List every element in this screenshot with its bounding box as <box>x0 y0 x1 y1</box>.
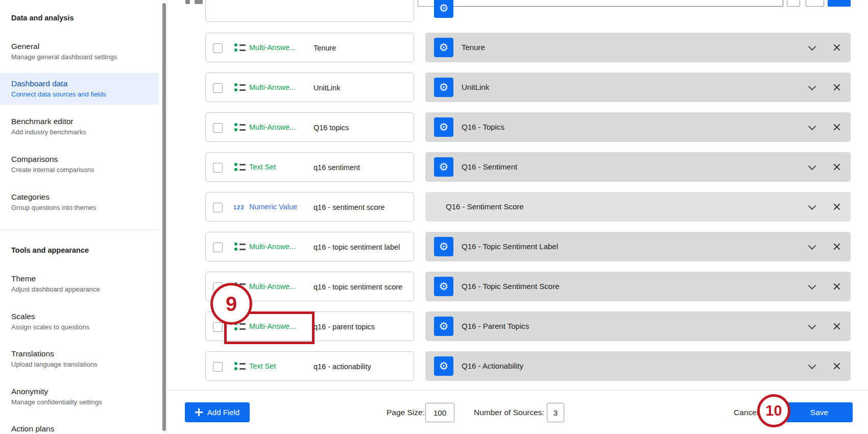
chevron-down-icon[interactable] <box>808 362 816 370</box>
mapped-field-select[interactable]: ⚙ UnitLink <box>425 73 851 102</box>
row-checkbox[interactable] <box>213 243 223 252</box>
numeric-value-icon: 123 <box>233 204 244 210</box>
toolbar-button-fragment[interactable] <box>787 0 800 7</box>
field-type-label: Multi-Answe... <box>249 243 296 251</box>
gear-button[interactable]: ⚙ <box>434 356 453 376</box>
field-card: 123 Numeric Value q16 - sentiment score <box>205 192 414 222</box>
chevron-down-icon[interactable] <box>808 243 816 251</box>
field-card: Multi-Answe... Q16 topics <box>205 112 414 142</box>
mapped-field-select[interactable]: ⚙ Q16 - Topic Sentiment Score <box>425 272 851 301</box>
field-row: Text Set q16 - actionability ⚙ Q16 - Act… <box>0 351 868 381</box>
annotation-step-9: 9 <box>210 283 252 325</box>
gear-button[interactable]: ⚙ <box>434 237 453 256</box>
remove-field-button[interactable] <box>832 43 841 52</box>
mapped-field-select[interactable]: ⚙ Q16 - Parent Topics <box>425 311 851 341</box>
field-name: q16 - sentiment score <box>314 203 384 211</box>
field-type-label: Numeric Value <box>249 203 297 211</box>
add-field-button[interactable]: Add Field <box>185 402 250 422</box>
mapped-field-label: UnitLink <box>462 83 489 91</box>
field-name: q16 sentiment <box>314 163 360 172</box>
field-row: Multi-Answe... q16 - topic sentiment lab… <box>0 232 868 261</box>
chevron-down-icon[interactable] <box>808 282 816 291</box>
row-checkbox[interactable] <box>213 203 223 212</box>
row-checkbox[interactable] <box>213 322 223 332</box>
gear-button[interactable]: ⚙ <box>434 38 453 57</box>
remove-field-button[interactable] <box>832 83 841 92</box>
field-type-label: Multi-Answe... <box>249 43 296 52</box>
field-name: q16 - actionability <box>314 363 371 371</box>
multi-answer-icon <box>234 241 246 252</box>
field-card: Multi-Answe... Tenure <box>205 33 414 62</box>
mapped-field-label: Tenure <box>462 43 485 52</box>
field-name: UnitLink <box>314 84 340 92</box>
sidebar-item-action-plans[interactable]: Action plans <box>11 424 54 433</box>
chevron-down-icon[interactable] <box>808 203 816 211</box>
row-checkbox[interactable] <box>213 163 223 173</box>
remove-field-button[interactable] <box>832 282 841 291</box>
sidebar-item-subtitle: Manage confidentiality settings <box>11 398 102 406</box>
row-checkbox[interactable] <box>213 362 223 372</box>
number-of-sources-input[interactable] <box>547 403 564 422</box>
gear-button[interactable]: ⚙ <box>434 317 453 336</box>
toolbar-button-fragment[interactable] <box>806 0 824 7</box>
field-card: Text Set q16 sentiment <box>205 152 414 182</box>
row-checkbox[interactable] <box>213 43 223 53</box>
save-button[interactable]: Save <box>786 402 853 422</box>
field-row: Multi-Answe... Tenure ⚙ Tenure <box>0 33 868 62</box>
cancel-button[interactable]: Cancel <box>734 403 758 422</box>
mapped-field-select[interactable]: ⚙ Tenure <box>425 33 851 62</box>
field-name: q16 - topic sentiment label <box>314 243 400 251</box>
chevron-down-icon[interactable] <box>808 123 816 131</box>
chevron-down-icon[interactable] <box>808 83 816 91</box>
remove-field-button[interactable] <box>832 123 841 132</box>
remove-field-button[interactable] <box>832 242 841 251</box>
text-set-icon <box>234 360 246 372</box>
mapped-field-label: Q16 - Actionability <box>462 361 523 370</box>
toolbar-icon-fragment[interactable] <box>195 0 203 4</box>
footer-divider <box>167 390 868 391</box>
gear-button[interactable]: ⚙ <box>434 117 453 137</box>
remove-field-button[interactable] <box>832 202 841 211</box>
toolbar-search-input-fragment[interactable] <box>448 0 783 7</box>
field-row: Multi-Answe... Q16 topics ⚙ Q16 - Topics <box>0 112 868 142</box>
page-size-input[interactable] <box>425 403 454 422</box>
chevron-down-icon[interactable] <box>808 322 816 330</box>
gear-icon: ⚙ <box>439 280 449 292</box>
sidebar-item-title: Anonymity <box>11 387 102 396</box>
mapped-field-label: Q16 - Topic Sentiment Score <box>462 282 559 291</box>
row-checkbox[interactable] <box>213 123 223 133</box>
field-row: Text Set q16 sentiment ⚙ Q16 - Sentiment <box>0 152 868 182</box>
sidebar-divider <box>0 230 159 230</box>
remove-field-button[interactable] <box>832 162 841 172</box>
mapped-field-select[interactable]: ⚙ Q16 - Topics <box>425 112 851 142</box>
gear-button[interactable]: ⚙ <box>434 157 453 177</box>
toolbar-primary-button-fragment[interactable] <box>828 0 851 7</box>
gear-button-partial[interactable]: ⚙ <box>434 0 453 18</box>
field-row-parent-topics: Multi-Answe... q16 - parent topics ⚙ Q16… <box>0 311 868 341</box>
text-set-icon <box>234 161 246 173</box>
field-type-label: Multi-Answe... <box>249 83 296 91</box>
plus-icon <box>195 408 203 416</box>
gear-icon: ⚙ <box>439 121 449 133</box>
field-card: Multi-Answe... q16 - topic sentiment lab… <box>205 232 414 261</box>
row-checkbox[interactable] <box>213 83 223 93</box>
mapped-field-select[interactable]: ⚙ Q16 - Topic Sentiment Label <box>425 232 851 261</box>
remove-field-button[interactable] <box>832 322 841 331</box>
mapped-field-select[interactable]: ⚙ Q16 - Actionability <box>425 351 851 381</box>
field-name: Tenure <box>314 44 336 52</box>
mapped-field-select[interactable]: ⚙ Q16 - Sentiment <box>425 152 851 182</box>
remove-field-button[interactable] <box>832 361 841 371</box>
toolbar-icon-fragment[interactable] <box>185 0 190 4</box>
gear-icon: ⚙ <box>439 320 449 332</box>
sidebar-item-anonymity[interactable]: Anonymity Manage confidentiality setting… <box>11 387 102 406</box>
gear-button[interactable]: ⚙ <box>434 277 453 296</box>
mapped-field-select[interactable]: Q16 - Sentiment Score <box>425 192 851 222</box>
gear-button[interactable]: ⚙ <box>434 78 453 97</box>
number-of-sources-label: Number of Sources: <box>474 403 544 422</box>
mapped-field-label: Q16 - Topic Sentiment Label <box>462 242 558 251</box>
gear-icon: ⚙ <box>439 240 449 252</box>
mapped-field-label: Q16 - Parent Topics <box>462 322 529 330</box>
chevron-down-icon[interactable] <box>808 163 816 171</box>
chevron-down-icon[interactable] <box>808 43 816 52</box>
add-field-label: Add Field <box>207 408 239 417</box>
